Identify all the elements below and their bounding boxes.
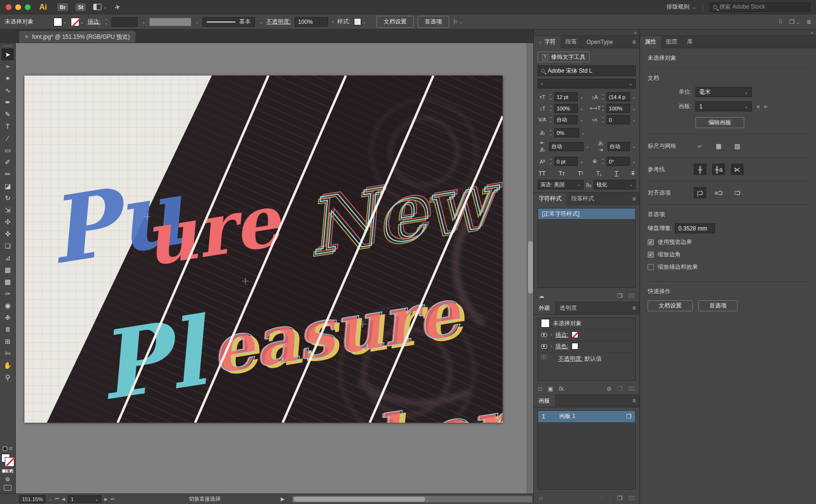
stroke-proxy-swatch[interactable] [5,458,14,466]
eraser-tool[interactable]: ◪ [1,180,14,192]
variable-width-profile-select[interactable] [149,18,191,26]
previous-artboard-icon[interactable]: ◀ [756,104,760,109]
add-effect-icon[interactable]: fx. [559,385,565,392]
touch-type-tool-button[interactable]: T 修饰文字工具 [538,52,590,62]
visibility-eye-icon[interactable] [541,344,547,349]
close-window-button[interactable] [6,4,11,10]
isolate-selected-dropdown[interactable]: ⚐⌄ [453,19,463,25]
pen-tool[interactable]: ✒ [1,96,14,108]
use-preview-bounds-option[interactable]: ✓ 使用预览边界 [648,238,808,246]
color-gradient-none-bar[interactable] [2,469,13,473]
hand-tool[interactable]: ✋ [1,359,14,371]
font-size-input[interactable]: 12 pt [554,92,578,101]
strikethrough-button[interactable]: Ŧ [631,170,635,177]
anti-alias-select[interactable]: 锐化⌄ [594,180,636,189]
horizontal-scrollbar[interactable] [292,496,532,503]
show-grid-icon[interactable]: ▦ [712,140,725,152]
checkbox-checked-icon[interactable]: ✓ [648,239,654,245]
bridge-button[interactable]: Br [57,3,68,11]
rotate-tool[interactable]: ↻ [1,192,14,204]
swap-fill-stroke-icon[interactable]: ⇄ [9,446,13,451]
window-controls[interactable] [6,4,31,10]
eyedropper-tool[interactable]: ✑ [1,287,14,299]
document-tab[interactable]: × font.jpg* @ 151.15% (RGB/GPU 预览) [19,31,135,43]
stroke-weight-select[interactable] [111,17,138,27]
artboard-select[interactable]: 1⌄ [695,101,752,111]
artboard-tool[interactable]: ⊞ [1,335,14,347]
move-down-icon[interactable]: ↓ [608,495,611,502]
tab-layers[interactable]: 图层 [661,36,682,48]
baseline-shift-stepper[interactable]: ⌃⌄ [549,159,552,164]
workspace-menu-icon[interactable]: ≣ [806,19,811,25]
keyboard-increment-input[interactable]: 0.3528 mm [675,223,715,233]
new-artboard-icon[interactable]: ❐ [617,495,622,502]
snap-to-grid-icon[interactable]: ≡Ɔ [712,187,725,198]
arrange-documents-dropdown[interactable]: ❐ ⌄ [789,19,800,25]
underline-button[interactable]: T [615,170,618,177]
slice-tool[interactable]: ✄ [1,347,14,359]
scale-corners-option[interactable]: ✓ 缩放边角 [648,251,808,259]
units-select[interactable]: 毫米⌄ [695,87,752,97]
tracking-input[interactable]: 0 [606,115,630,124]
canvas-viewport[interactable]: Pu ure New New New Pl easure easure [16,43,533,493]
tab-opentype[interactable]: OpenType [582,36,618,48]
quick-preferences-button[interactable]: 首选项 [698,300,738,311]
typeset-rules-dropdown[interactable]: 排版规则⌄ [666,3,696,11]
last-artboard-button[interactable]: ⏭ [110,496,114,502]
snap-to-pixel-icon[interactable]: ⁞Ɔ [731,187,744,198]
tab-transparency[interactable]: 透明度 [555,302,582,314]
opacity-label[interactable]: 不透明度: [266,18,291,26]
curvature-tool[interactable]: ✎ [1,108,14,120]
opacity-input[interactable]: 100% [295,17,328,27]
expand-icon[interactable]: › [551,332,552,337]
delete-item-icon[interactable]: ⌧ [628,385,635,392]
graphic-style-dropdown[interactable]: ⌄ [354,18,366,25]
cloud-sync-icon[interactable]: ☁ [539,293,544,299]
scale-strokes-effects-option[interactable]: 缩放描边和效果 [648,263,808,271]
tab-character[interactable]: ◇字符 [534,36,561,48]
visibility-eye-icon[interactable] [541,355,547,359]
magic-wand-tool[interactable]: ✶ [1,72,14,84]
subscript-button[interactable]: T₁ [596,170,601,177]
share-icon[interactable]: ✈ [114,2,121,11]
style-swatch[interactable] [354,18,361,25]
mesh-tool[interactable]: ▦ [1,263,14,275]
all-caps-button[interactable]: TT [539,170,546,177]
duplicate-item-icon[interactable]: ❐ [617,385,622,392]
brush-definition-select[interactable]: 基本 [202,17,255,27]
appearance-fill-row[interactable]: › 填色: [538,341,635,352]
artboard-list-item[interactable]: 1 画板 1 ❐ [538,411,635,422]
zoom-tool[interactable]: ⚲ [1,371,14,383]
direct-selection-tool[interactable]: ➣ [1,60,14,72]
vertical-scrollbar-thumb[interactable] [528,241,533,294]
selection-tool[interactable]: ➤ [1,48,14,60]
snap-to-point-icon[interactable]: |Ɔ [694,187,706,198]
fill-color-dropdown[interactable]: ⌄ [54,18,67,26]
horizontal-scale-stepper[interactable]: ⌃⌄ [601,106,605,111]
type-tool[interactable]: T [1,120,14,132]
fill-swatch[interactable] [54,18,62,26]
fill-stroke-swatches[interactable] [1,454,14,466]
zoom-level-select[interactable]: 151.15% [19,495,45,503]
character-style-item[interactable]: [正常字符样式] [538,208,635,219]
fill-row-label[interactable]: 填色: [555,342,568,351]
screen-mode-button[interactable] [4,485,11,491]
workspace-switcher[interactable]: ⌄ [93,4,107,10]
opacity-row-label[interactable]: 不透明度: [558,355,583,362]
panel-menu-icon[interactable]: ≡ [632,196,640,202]
tsume-stepper[interactable]: ⌃⌄ [549,131,552,135]
tab-appearance[interactable]: 外观 [534,302,555,314]
baseline-shift-input[interactable]: 0 pt [554,157,578,166]
aki-left-select[interactable]: 自动 [549,142,584,151]
tab-character-styles[interactable]: 字符样式 [534,193,566,205]
add-new-fill-icon[interactable]: ▣ [548,385,553,392]
new-style-icon[interactable]: ❐ [617,293,622,299]
draw-mode-toggle[interactable]: ⇄ [3,446,13,451]
stroke-color-dropdown[interactable]: ⌄ [71,18,84,26]
rectangle-tool[interactable]: ▭ [1,144,14,156]
kerning-select[interactable]: 自动 [554,115,578,124]
edit-artboards-button[interactable]: 编辑画板 [695,117,744,128]
stock-button[interactable]: St [76,3,86,11]
tab-paragraph-styles[interactable]: 段落样式 [566,193,599,205]
horizontal-scrollbar-thumb[interactable] [294,497,425,502]
